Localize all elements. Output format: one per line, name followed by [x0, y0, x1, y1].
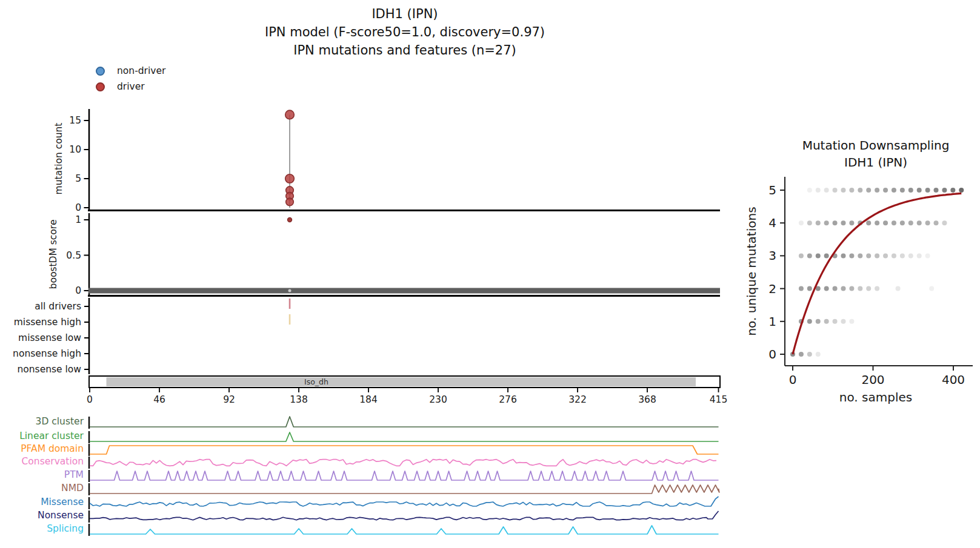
track-row-label: missense high — [14, 317, 81, 328]
feature-track-label-missense: Missense — [41, 497, 84, 507]
feature-track-label-pfam-domain: PFAM domain — [21, 443, 84, 454]
feature-track-line-nonsense — [90, 511, 719, 520]
downsampling-dot — [824, 188, 829, 193]
downsampling-dot — [841, 319, 845, 324]
x-tick-label: 400 — [942, 372, 965, 387]
figure-title-block: IDH1 (IPN) IPN model (F-score50=1.0, dis… — [90, 5, 720, 59]
legend-row-non-driver: non-driver — [96, 63, 165, 79]
mutation-dot — [286, 198, 294, 206]
downsampling-dot — [925, 220, 930, 225]
downsampling-dot — [833, 319, 838, 324]
downsampling-dot — [824, 286, 829, 291]
downsampling-dot — [892, 253, 896, 258]
downsampling-dot — [917, 253, 922, 258]
legend-label-driver: driver — [117, 81, 145, 92]
downsampling-dot — [833, 220, 838, 225]
protein-domain-bar: Iso_dh04692138184230276322368415 — [87, 376, 727, 405]
y-tick-label: 15 — [69, 115, 81, 126]
boostdm-score-axis-label: boostDM score — [48, 220, 59, 289]
downsampling-dot — [849, 220, 854, 225]
downsampling-dot — [833, 286, 838, 291]
downsampling-dot — [934, 188, 939, 193]
feature-track-label-splicing: Splicing — [47, 523, 84, 534]
downsampling-dot — [908, 253, 913, 258]
saturation-curve — [793, 193, 961, 354]
downsampling-dot — [833, 188, 838, 193]
feature-track-label-3d-cluster: 3D cluster — [36, 416, 84, 427]
y-tick-label: 5 — [768, 183, 776, 197]
mutation-needle-plot: 051015 — [69, 109, 720, 213]
downsampling-dot — [925, 188, 930, 193]
x-tick-label: 200 — [861, 372, 884, 387]
downsampling-dot — [816, 188, 821, 193]
y-tick-label: 0 — [75, 285, 81, 296]
downsampling-dot — [799, 352, 804, 357]
feature-track-line-splicing — [90, 526, 719, 534]
observed-mutation-tick — [289, 299, 291, 309]
downsampling-dot — [841, 253, 845, 258]
downsampling-dot — [858, 253, 862, 258]
y-tick-label: 10 — [69, 144, 81, 155]
figure-title-line-2: IPN model (F-score50=1.0, discovery=0.97… — [90, 23, 720, 41]
downsampling-dot — [950, 188, 955, 193]
downsampling-dot — [875, 253, 879, 258]
track-row-label: all drivers — [35, 301, 81, 312]
downsampling-dot — [849, 253, 854, 258]
x-tick-label: 368 — [638, 394, 656, 405]
downsampling-dot — [807, 319, 812, 324]
legend-row-driver: driver — [96, 79, 165, 94]
downsampling-dot — [849, 286, 854, 291]
downsampling-dot — [925, 253, 930, 258]
downsampling-dot — [841, 188, 845, 193]
downsampling-title-line-2: IDH1 (IPN) — [773, 154, 979, 171]
feature-track-line-ptm — [90, 471, 719, 480]
downsampling-dot — [875, 286, 879, 291]
x-tick-label: 0 — [87, 394, 93, 405]
observed-consequence-tracks: all driversmissense highmissense lownons… — [13, 298, 290, 375]
y-tick-label: 0 — [768, 347, 776, 361]
downsampling-dot — [816, 319, 821, 324]
mutation-dot — [285, 110, 295, 119]
downsampling-dot — [807, 352, 812, 357]
downsampling-dot — [799, 220, 804, 225]
pfam-domain-box — [107, 377, 696, 386]
downsampling-dot — [841, 286, 845, 291]
downsampling-dot — [858, 188, 862, 193]
x-tick-label: 184 — [359, 394, 378, 405]
feature-track-line-pfam-domain — [90, 446, 719, 454]
downsampling-dot — [875, 220, 879, 225]
feature-track-line-3d-cluster — [90, 417, 719, 427]
downsampling-dot — [858, 286, 862, 291]
band-highlight-dot — [288, 289, 292, 292]
x-tick-label: 138 — [290, 394, 308, 405]
feature-track-label-nmd: NMD — [61, 483, 84, 494]
downsampling-dot — [816, 220, 821, 225]
y-tick-label: 0 — [75, 202, 81, 213]
driver-score-dot — [287, 217, 292, 222]
downsampling-dot — [799, 253, 804, 258]
x-tick-label: 46 — [153, 394, 165, 405]
boostdm-score-plot: 10.50 — [66, 213, 720, 297]
downsampling-dot — [799, 286, 804, 291]
feature-track-line-missense — [90, 497, 719, 506]
feature-track-label-linear-cluster: Linear cluster — [19, 431, 84, 441]
downsampling-dot — [866, 188, 871, 193]
feature-track-line-nmd — [90, 485, 719, 494]
x-tick-label: 322 — [568, 394, 587, 405]
feature-track-label-ptm: PTM — [64, 469, 84, 480]
observed-mutation-tick — [289, 314, 291, 325]
score-zero-band — [88, 288, 720, 294]
downsampling-dot — [849, 319, 854, 324]
figure-root: 05101510.50all driversmissense highmisse… — [0, 0, 980, 548]
y-tick-label: 0.5 — [66, 250, 81, 261]
downsampling-title-line-1: Mutation Downsampling — [773, 137, 979, 154]
domain-label: Iso_dh — [304, 377, 328, 386]
downsampling-dot — [917, 188, 922, 193]
mutation-count-axis-label: mutation count — [53, 123, 64, 195]
downsampling-dot — [866, 220, 871, 225]
downsampling-dot — [942, 220, 947, 225]
downsampling-dot — [883, 220, 888, 225]
downsampling-dot — [917, 220, 922, 225]
downsampling-dot — [816, 352, 821, 357]
downsampling-dot — [959, 188, 964, 193]
